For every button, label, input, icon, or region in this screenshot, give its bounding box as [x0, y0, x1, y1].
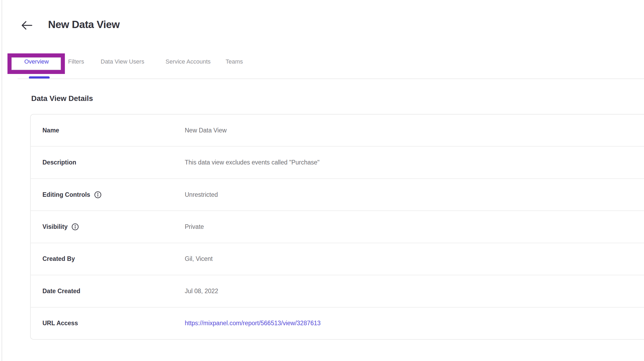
row-label: Description [42, 159, 76, 166]
info-icon[interactable] [71, 223, 79, 231]
info-icon[interactable] [94, 191, 102, 199]
row-label: Editing Controls [42, 191, 90, 198]
row-value: Private [185, 223, 204, 230]
sidebar-edge-divider [2, 0, 2, 361]
tab-data-view-users[interactable]: Data View Users [101, 58, 144, 65]
tab-teams[interactable]: Teams [226, 58, 243, 65]
row-value: Gil, Vicent [185, 255, 213, 262]
section-heading: Data View Details [31, 94, 93, 103]
row-label: Date Created [42, 288, 80, 295]
data-view-url-link[interactable]: https://mixpanel.com/report/566513/view/… [185, 320, 321, 327]
page-title: New Data View [48, 19, 120, 30]
row-label: Created By [42, 255, 75, 262]
row-label: Visibility [42, 223, 68, 230]
row-value: New Data View [185, 127, 227, 134]
row-value: Unrestricted [185, 191, 218, 198]
tab-filters[interactable]: Filters [68, 58, 84, 65]
table-row-created-by: Created By Gil, Vicent [31, 243, 644, 275]
table-row-visibility: Visibility Private [31, 210, 644, 242]
tab-service-accounts[interactable]: Service Accounts [166, 58, 211, 65]
row-label: Name [42, 127, 59, 134]
row-value: This data view excludes events called "P… [185, 159, 320, 166]
data-view-settings-page: New Data View Overview Filters Data View… [0, 0, 644, 361]
table-row-date-created: Date Created Jul 08, 2022 [31, 275, 644, 307]
back-button[interactable] [20, 20, 33, 32]
tab-bar-divider [18, 79, 644, 79]
data-view-details-card: Name New Data View Description This data… [30, 114, 644, 340]
table-row-name: Name New Data View [31, 115, 644, 146]
table-row-url-access: URL Access https://mixpanel.com/report/5… [31, 307, 644, 339]
table-row-editing-controls: Editing Controls Unrestricted [31, 178, 644, 210]
tab-overview[interactable]: Overview [24, 58, 49, 65]
table-row-description: Description This data view excludes even… [31, 146, 644, 178]
row-label: URL Access [42, 320, 78, 327]
arrow-left-icon [21, 20, 33, 31]
tab-bar: Overview Filters Data View Users Service… [0, 58, 644, 69]
row-value: Jul 08, 2022 [185, 288, 218, 295]
